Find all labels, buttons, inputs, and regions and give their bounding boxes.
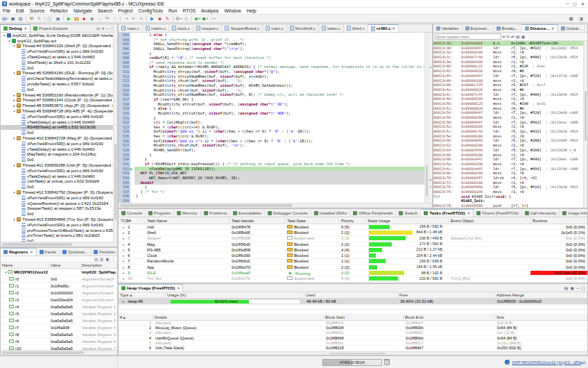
profile-icon[interactable]: ○▾ — [209, 15, 216, 22]
code-line[interactable]: 529 } — [119, 153, 424, 158]
editor-margin[interactable] — [130, 162, 135, 167]
chevron-collapsed-icon[interactable]: ▸ — [121, 236, 127, 240]
thread-item[interactable]: ▾Thread #13 536854896 (Tmr Svc [P: 5]) (… — [1, 217, 113, 222]
stack-frame-item[interactable]: vPortYieldFromISR() at port.c:969 0xf160 — [1, 195, 113, 201]
register-row[interactable]: r20x10000000Argument/Scratch — [1, 290, 117, 296]
task-row[interactable]: ▸ 10Tmr Svc0x1fffc170Suspended5 (5)220 B… — [119, 276, 587, 282]
disassembly-instruction[interactable]: 00013c56:0x00000200movsr2, r0 — [433, 115, 583, 120]
disassembly-instruction[interactable]: 00013c6e:0x00000200movsr2, r0 — [433, 171, 583, 176]
code-line[interactable]: 527 McuUtility_chcat(buf, sizeof(buf), '… — [119, 143, 424, 148]
stack-frame-item[interactable]: prvIdleTask() at tasks.c:3'557 0xfce0 — [1, 81, 113, 87]
code-line[interactable]: 524 buf[sizeof("@dd ss ")-1] = (char)(he… — [119, 129, 424, 134]
register-row[interactable]: r80xa5a5a5a5Variable Register 5 — [1, 331, 117, 338]
disassembly-instruction[interactable]: 00013c36:0x0000a0e6b.n0x1398c <RS485Task… — [433, 41, 583, 46]
col-event-object[interactable]: Event Object — [449, 217, 530, 224]
col-task-state[interactable]: Task State — [285, 217, 339, 224]
disassembly-instruction[interactable]: 00013c72:0x00000200movsr2, r0 — [433, 181, 583, 185]
editor-tab-stepperboard-c[interactable]: cStepperBoard.c — [222, 24, 263, 32]
code-line[interactable]: 526 buf[sizeof("@dd ss c")-1] = (char)(h… — [119, 139, 424, 144]
col-used[interactable]: Used — [304, 293, 398, 297]
tab-executables[interactable]: Executables — [230, 209, 265, 217]
editor-margin[interactable] — [130, 129, 135, 134]
step-over-icon[interactable]: ↷ — [103, 15, 111, 22]
col-size[interactable]: Size — [495, 315, 587, 319]
thread-item[interactable]: ▾Thread #12 536842792 (Stepper [P: 3]) (… — [1, 190, 113, 195]
suspend-icon[interactable]: ▮▮ — [73, 15, 80, 22]
tab-debugger-console[interactable]: Debugger Console — [265, 209, 311, 217]
code-line[interactable]: 508 cmdBuf[0] = '\0'; /* reset buffer fo… — [119, 56, 424, 60]
heap-block-row[interactable]: 1Allocated0x1fff80000x1fff80070x8 (8 B) — [119, 321, 587, 326]
minimize-view-icon[interactable]: ─ — [106, 26, 109, 31]
chevron-collapsed-icon[interactable]: ▸ — [121, 253, 127, 258]
build-icon[interactable]: ⚒ — [28, 15, 35, 22]
view-menu-icon[interactable]: ⋮ — [112, 257, 116, 261]
chevron-collapsed-icon[interactable]: ▸ — [121, 248, 127, 252]
stack-frame-item[interactable]: ShellTask() at Shell.c:191 0x11232 — [1, 60, 113, 65]
editor-margin[interactable] — [130, 78, 135, 83]
heap-horizontal-scrollbar[interactable] — [119, 351, 587, 355]
col-priority[interactable]: Priority — [339, 217, 365, 224]
stack-frame-item[interactable]: StepperTask() at stepper.c:587 0x1513a — [1, 206, 113, 212]
editor-margin[interactable] — [130, 97, 135, 102]
remove-terminated-icon[interactable]: ✕ — [137, 15, 145, 22]
code-line[interactable]: 530 } — [119, 157, 424, 162]
disassembly-instruction[interactable]: 00013c52:0x00000020movsr0, #0 — [433, 106, 583, 111]
task-row[interactable]: ▸ 1Usb0x1fff8478Blocked5 (5)156 B / 582 … — [119, 224, 587, 230]
col-free[interactable]: Free — [398, 293, 495, 297]
code-line[interactable]: 517 if (res==ERR_OK) { — [119, 97, 424, 102]
editor-tab-rs485-c[interactable]: crs485.c✕ — [368, 24, 399, 32]
task-row[interactable]: ▸ 8App0x1fffbd70Blocked2 (2)164 B / 1.55… — [119, 265, 587, 270]
tab-tasks-freertos[interactable]: Tasks (FreeRTOS)✕ — [421, 209, 474, 217]
disassembly-instruction[interactable]: 00013c68:0x0000a44fldrr7, [pc, #640]; (0… — [433, 157, 583, 162]
restart-icon[interactable]: ◉ — [88, 15, 96, 22]
tab-faults[interactable]: Faults — [37, 248, 60, 256]
minimize-button[interactable]: ─ — [566, 1, 569, 6]
target-device-link[interactable]: NXP MK22FN512xxx12 (tinyK2...dFlap) — [512, 360, 585, 365]
disassembly-instruction[interactable]: 00013c3a:0x00000200movsr2, r0 — [433, 50, 583, 55]
pin-icon[interactable]: ▣ — [521, 34, 526, 39]
tab-peripher[interactable]: Peripher... — [91, 248, 117, 256]
disassembly-instruction[interactable]: 00013c58:0x0000944fldrr7, [pc, #592]; (0… — [433, 120, 583, 125]
stack-frame-item[interactable]: vPortYieldFromISR() at port.c:969 0xf160 — [1, 49, 113, 54]
editor-margin[interactable] — [130, 181, 135, 185]
maximize-view-icon[interactable]: ▢ — [581, 285, 585, 290]
editor-margin[interactable] — [130, 88, 135, 93]
editor-tab-shell-c[interactable]: cShell.c — [344, 24, 368, 32]
perspective-debug-icon[interactable]: ◨ — [577, 15, 585, 22]
debug-tree-item[interactable]: ▾tinyK22_SplitFlap.axf — [1, 38, 113, 44]
disassembly-instruction[interactable]: 00013c66:0x00000200movsr2, r0 — [433, 153, 583, 158]
tab-disasse[interactable]: Disasse...✕ — [522, 24, 558, 32]
tab-timers-freertos[interactable]: Timers (FreeRTOS) — [474, 209, 522, 217]
stack-frame-item[interactable]: vPortYieldFromISR() at port.c:969 0xf160 — [1, 222, 113, 228]
tab-image-info[interactable]: Image Info — [560, 209, 587, 217]
run-icon[interactable]: ◉▾ — [193, 15, 201, 22]
disassembly-instruction[interactable]: 00013c74:0x0000686dldrr5, [pc, #416]; (0… — [433, 185, 583, 190]
settings-icon[interactable]: ⚙▾ — [175, 15, 182, 22]
show-columns-icon[interactable]: ▥ — [100, 257, 103, 261]
clean-icon[interactable]: ✎ — [35, 15, 43, 22]
register-row[interactable]: r70x1fffa908Variable Register 4 — [1, 324, 117, 331]
register-row[interactable]: r100xa5a5a5a5Variable Register 7 — [1, 345, 117, 350]
editor-tab-stepper-c[interactable]: cstepper.c — [193, 24, 222, 32]
stack-frame-item[interactable]: xQueueReceive() at queue.c:1'422 0x20164 — [1, 201, 113, 206]
step-into-icon[interactable]: ↓ — [96, 15, 103, 22]
debug-icon[interactable]: ◆▾ — [201, 15, 209, 22]
chevron-expanded-icon[interactable]: ▾ — [2, 33, 7, 37]
code-line[interactable]: 523 hex = (char)((crc>>4) & 0x0F); — [119, 125, 424, 130]
code-line[interactable]: 531 if (!RS485Uart_stdio.keyPressed()) {… — [119, 162, 424, 167]
disassembly-listing[interactable]: 00013c36:0x0000a0e6b.n0x1398c <RS485Task… — [433, 41, 583, 208]
close-tab-icon[interactable]: ✕ — [24, 26, 27, 31]
code-line[interactable]: 519 } else { — [119, 106, 424, 111]
editor-margin[interactable] — [130, 69, 135, 74]
editor-margin[interactable] — [130, 143, 135, 148]
menu-project[interactable]: Project — [115, 8, 135, 13]
code-line[interactable]: 518 McuUtility_strcat(buf, sizeof(buf), … — [119, 102, 424, 107]
task-row[interactable]: ▸ 2Shell0x1fff8c68Blocked2 (2)844 B / 1.… — [119, 230, 587, 235]
chevron-collapsed-icon[interactable]: ▸ — [12, 103, 17, 108]
thread-item[interactable]: ▾Thread #10 536843728 (Mag [P: 2]) (Susp… — [1, 135, 113, 141]
debug-tree-item[interactable]: ▾tinyK22_SplitFlap JLink Debug [GDB SEGG… — [1, 33, 113, 38]
code-line[interactable]: 504 /* not starting with '@', print it .… — [119, 37, 424, 42]
console-icon[interactable]: ▣ — [54, 15, 62, 22]
new-wizard-icon[interactable]: ▤▾ — [1, 15, 9, 22]
register-row[interactable]: r10x1fffa95cArgument/Scratch — [1, 283, 117, 290]
